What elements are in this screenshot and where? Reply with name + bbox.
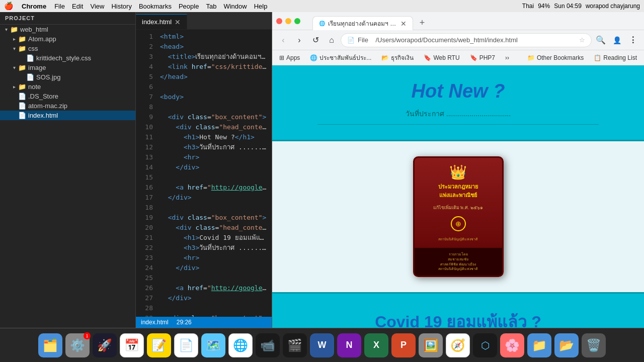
project-title: Project (0, 12, 135, 25)
tree-item-note[interactable]: ▸ 📁 note (0, 82, 135, 92)
bookmark-label: ธุรกิจเงิน (391, 53, 414, 62)
window-minimize-button[interactable] (285, 18, 291, 24)
dock-badge-system-prefs: 1 (84, 332, 91, 339)
menu-dots-button[interactable]: ⋮ (626, 33, 640, 47)
bookmark-icon: 🌐 (310, 54, 317, 61)
tree-item-css-file[interactable]: 📄 krittidech_style.css (0, 53, 135, 63)
dock-item-facetime[interactable]: 📹 (256, 333, 280, 357)
tree-item-atom-app[interactable]: ▸ 📁 Atom.app (0, 34, 135, 44)
tab-close-icon[interactable]: ✕ (400, 20, 407, 28)
dock-item-files[interactable]: 📁 (527, 333, 551, 357)
menu-help[interactable]: Help (254, 3, 268, 10)
dock-item-word[interactable]: W (310, 333, 334, 357)
dock-item-folder2[interactable]: 📂 (554, 333, 579, 357)
menu-file[interactable]: File (54, 3, 65, 10)
tree-label: atom-mac.zip (28, 102, 67, 110)
dock-item-photos[interactable]: 🖼️ (419, 333, 443, 357)
dock-item-maps[interactable]: 🗺️ (201, 333, 225, 357)
bookmarks-bar: ⊞ Apps 🌐 ประชาสัมพันธ์ประ... 📂 ธุรกิจเงิ… (272, 50, 644, 65)
css-file-icon: 📄 (26, 54, 34, 62)
bookmark-prachasan[interactable]: 🌐 ประชาสัมพันธ์ประ... (307, 52, 374, 63)
tree-item-image[interactable]: ▾ 📁 image (0, 63, 135, 72)
left-panel: Project ▾ 📁 web_html ▸ 📁 Atom.app ▾ (0, 12, 272, 328)
editor-tab-index-html[interactable]: index.html ✕ (136, 14, 187, 29)
menu-view[interactable]: View (90, 3, 104, 10)
file-icon: 📄 (18, 102, 26, 110)
url-bar[interactable]: 📄 File /Users/worapod/Documents/web_html… (341, 33, 592, 47)
editor-panel: index.html ✕ 12345 678910 1112131415 161… (136, 12, 272, 328)
tree-item-index-html[interactable]: 📄 index.html (0, 111, 135, 120)
file-protocol-icon: 📄 (347, 37, 355, 44)
book-subtitle: แก้ไขเพิ่มเติม พ.ศ. ๒๕๖๑ (420, 204, 497, 211)
folder-icon: 📁 (10, 26, 18, 33)
bookmark-php7[interactable]: 🔖 PHP7 (467, 53, 498, 62)
dock-item-trash[interactable]: 🗑️ (582, 333, 606, 357)
tab-close-icon[interactable]: ✕ (175, 18, 181, 26)
dock-item-safari[interactable]: 🧭 (446, 333, 470, 357)
bookmark-label: Other Bookmarks (537, 54, 584, 61)
dock-item-calendar[interactable]: 📅 (120, 333, 144, 357)
code-area[interactable]: <html> <head> <title>เรียนทุกอย่างด้านคอ… (156, 30, 272, 317)
file-icon: 📄 (18, 93, 26, 100)
bookmark-label: Reading List (603, 54, 637, 61)
tree-arrow: ▸ (10, 84, 18, 89)
new-tab-button[interactable]: + (415, 16, 429, 30)
dock-item-launchpad[interactable]: 🚀 (93, 333, 117, 357)
covid-title: Covid 19 ยอมแพ้แล้ว ? (282, 309, 634, 328)
dock-item-chrome[interactable]: 🌐 (228, 333, 253, 357)
tree-item-css[interactable]: ▾ 📁 css (0, 44, 135, 53)
dock-item-fantastical[interactable]: 🌸 (500, 333, 524, 357)
dock-item-bluetooth[interactable]: ⬡ (473, 333, 497, 357)
window-close-button[interactable] (276, 18, 282, 24)
book-bottom-label: สถาบันนิติบัญญัติแห่งชาติ (438, 236, 478, 242)
dock-item-excel[interactable]: X (364, 333, 388, 357)
dock-item-notes[interactable]: 📝 (147, 333, 171, 357)
menu-bar-right: Thai 94% Sun 04:59 worapod chayjarung (522, 3, 640, 10)
browser-panel: 🌐 เรียนทุกอย่างด้านคอมฯ Web Des... ✕ + ‹… (272, 12, 644, 328)
folder-icon: 📁 (527, 54, 535, 61)
menu-tab[interactable]: Tab (206, 3, 216, 10)
bookmark-thurakit[interactable]: 📂 ธุรกิจเงิน (378, 52, 417, 63)
dock-item-obs[interactable]: 🎬 (283, 333, 307, 357)
bookmark-apps[interactable]: ⊞ Apps (276, 53, 303, 62)
profile-button[interactable]: 👤 (610, 33, 624, 47)
bookmark-star-icon[interactable]: ☆ (579, 36, 585, 44)
menu-bookmarks[interactable]: Bookmarks (139, 3, 172, 10)
menu-edit[interactable]: Edit (72, 3, 83, 10)
reload-button[interactable]: ↺ (308, 33, 323, 47)
input-source: Thai (522, 3, 534, 10)
home-button[interactable]: ⌂ (325, 33, 339, 47)
tree-item-sos-jpg[interactable]: 📄 SOS.jpg (0, 72, 135, 82)
menu-window[interactable]: Window (223, 3, 247, 10)
dock-item-system-prefs[interactable]: ⚙️ 1 (65, 333, 90, 357)
search-button[interactable]: 🔍 (594, 33, 608, 47)
editor-content[interactable]: 12345 678910 1112131415 1617181920 21222… (136, 30, 272, 317)
tree-item-atom-zip[interactable]: 📄 atom-mac.zip (0, 101, 135, 111)
back-button[interactable]: ‹ (276, 33, 290, 47)
tab-title: เรียนทุกอย่างด้านคอมฯ Web Des... (328, 19, 397, 28)
clock: Sun 04:59 (554, 3, 582, 10)
apple-menu[interactable]: 🍎 (4, 2, 14, 11)
dock-item-textedit[interactable]: 📄 (174, 333, 198, 357)
book-title-line1: ประมวลกฎหมาย (420, 183, 497, 191)
html-file-icon: 📄 (18, 112, 26, 119)
bookmark-label: Web RTU (433, 54, 459, 61)
bookmark-other[interactable]: 📁 Other Bookmarks (524, 53, 587, 62)
bookmark-more[interactable]: ›› (502, 53, 512, 62)
bookmark-web-rtu[interactable]: 🔖 Web RTU (421, 53, 462, 62)
window-maximize-button[interactable] (294, 18, 300, 24)
tree-item-ds-store[interactable]: 📄 .DS_Store (0, 92, 135, 101)
bookmark-reading-list[interactable]: 📋 Reading List (591, 53, 640, 62)
browser-tab-active[interactable]: 🌐 เรียนทุกอย่างด้านคอมฯ Web Des... ✕ (312, 16, 413, 30)
dock-item-powerpoint[interactable]: P (391, 333, 416, 357)
menu-people[interactable]: People (179, 3, 199, 10)
forward-button[interactable]: › (292, 33, 306, 47)
menu-history[interactable]: History (111, 3, 131, 10)
tree-item-web-html[interactable]: ▾ 📁 web_html (0, 25, 135, 34)
dock-item-finder[interactable]: 🗂️ (38, 333, 62, 357)
dock-item-onenote[interactable]: N (337, 333, 361, 357)
browser-content[interactable]: Hot New ? วันที่ประกาศ .................… (272, 65, 644, 328)
bookmark-label: Apps (286, 54, 300, 61)
tab-favicon: 🌐 (319, 21, 325, 26)
browser-chrome: 🌐 เรียนทุกอย่างด้านคอมฯ Web Des... ✕ + ‹… (272, 12, 644, 65)
